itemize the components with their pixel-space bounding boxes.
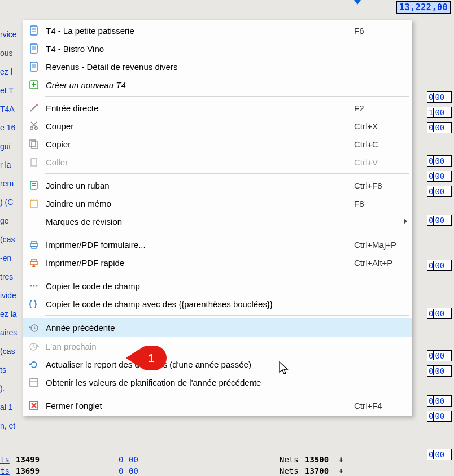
menu-item[interactable]: Fermer l'ongletCtrl+F4	[23, 396, 412, 414]
grid-cell[interactable]: 000	[427, 365, 452, 377]
grid-cell[interactable]: 000	[427, 350, 452, 361]
menu-item[interactable]: Copier le code de champ avec des {{paren…	[23, 295, 412, 313]
menu-item[interactable]: Année précédente	[23, 318, 412, 337]
menu-item[interactable]: Imprimer/PDF rapideCtrl+Alt+P	[23, 254, 412, 272]
bg-link[interactable]: ivide	[0, 286, 16, 304]
bg-link[interactable]: ).	[0, 379, 5, 398]
menu-item-label: Joindre un ruban	[46, 181, 351, 190]
bg-link[interactable]: (cas	[0, 230, 15, 248]
bg-link[interactable]: (cas	[0, 342, 15, 360]
grid-cell[interactable]: 000	[427, 186, 452, 197]
menu-item-label: Fermer l'onglet	[46, 401, 351, 411]
menu-item-label: Marques de révision	[46, 217, 401, 226]
menu-item[interactable]: Copier le code de champ	[23, 277, 412, 295]
bg-link[interactable]: ) (C	[0, 193, 13, 211]
menu-item-label: Entrée directe	[46, 103, 351, 113]
menu-item[interactable]: Joindre un mémoF8	[23, 194, 412, 212]
menu-item-label: Copier le code de champ avec des {{paren…	[46, 299, 351, 309]
submenu-arrow-icon	[404, 219, 407, 224]
menu-item-label: Actualiser le report des données (d'une …	[46, 360, 351, 369]
no-icon	[28, 216, 40, 227]
left-link-strip: rviceousez let TT4Ae 16guir larem) (Cge(…	[0, 0, 23, 476]
bg-link[interactable]: aires	[0, 324, 17, 342]
copy-icon	[28, 138, 40, 150]
cal-icon	[28, 377, 40, 388]
menu-item[interactable]: Revenus - Détail de revenus divers	[23, 58, 412, 76]
bg-link[interactable]: ez la	[0, 305, 17, 323]
menu-item-label: Obtenir les valeurs de planification de …	[46, 378, 351, 387]
print-icon	[28, 239, 40, 250]
grid-cell[interactable]: 000	[427, 411, 452, 422]
grid-cell[interactable]: 000	[427, 449, 452, 460]
braces-icon	[28, 298, 40, 309]
bg-link[interactable]: al 1	[0, 398, 13, 416]
cut-icon	[28, 120, 40, 132]
menu-item[interactable]: Imprimer/PDF formulaire...Ctrl+Maj+P	[23, 235, 412, 254]
qprint-icon	[28, 257, 40, 268]
wand-icon	[28, 102, 40, 113]
menu-item-shortcut: Ctrl+X	[351, 121, 407, 131]
doc-icon	[28, 61, 40, 72]
bg-link[interactable]: ous	[0, 44, 13, 62]
grid-cell[interactable]: 000	[427, 308, 452, 319]
menu-item-shortcut: F8	[351, 199, 407, 208]
menu-separator	[45, 233, 409, 233]
bg-link[interactable]: r la	[0, 156, 11, 174]
tape-icon	[28, 180, 40, 191]
doc-icon	[28, 43, 40, 54]
paste-icon	[28, 156, 40, 168]
menu-item[interactable]: Marques de révision	[23, 212, 412, 230]
menu-item[interactable]: Actualiser le report des données (d'une …	[23, 355, 412, 373]
grid-cell[interactable]: 000	[427, 91, 452, 103]
menu-item[interactable]: Joindre un rubanCtrl+F8	[23, 176, 412, 194]
grid-cell[interactable]: 000	[427, 260, 452, 271]
menu-item-label: Revenus - Détail de revenus divers	[46, 62, 351, 72]
menu-item[interactable]: CopierCtrl+C	[23, 135, 412, 153]
menu-item-label: Imprimer/PDF rapide	[46, 258, 351, 268]
menu-separator	[45, 315, 409, 316]
right-cell-strip: 0001000000000000000000000000000000000000…	[412, 0, 452, 476]
menu-item-label: Couper	[46, 121, 351, 131]
menu-item-label: L'an prochain	[46, 342, 351, 351]
grid-cell[interactable]: 100	[427, 107, 452, 118]
menu-item[interactable]: CouperCtrl+X	[23, 117, 412, 135]
menu-item-shortcut: Ctrl+F8	[351, 181, 407, 190]
menu-item[interactable]: T4 - Bistro Vino	[23, 40, 412, 58]
grid-cell[interactable]: 000	[427, 171, 452, 182]
menu-item[interactable]: Entrée directeF2	[23, 99, 412, 117]
plus-icon	[28, 79, 40, 90]
menu-separator	[45, 173, 409, 174]
menu-item[interactable]: Obtenir les valeurs de planification de …	[23, 373, 412, 391]
clock-back-icon	[28, 322, 40, 333]
menu-item-label: Copier	[46, 139, 351, 149]
menu-item-label: T4 - La petite patisserie	[46, 26, 351, 36]
bg-link[interactable]: et T	[0, 81, 14, 99]
grid-cell[interactable]: 000	[427, 122, 452, 133]
close-icon	[28, 400, 40, 411]
bg-link[interactable]: -en	[0, 249, 11, 267]
menu-item[interactable]: T4 - La petite patisserieF6	[23, 21, 412, 40]
grid-cell[interactable]: 000	[427, 395, 452, 407]
bg-link[interactable]: n, et	[0, 417, 15, 435]
menu-item: CollerCtrl+V	[23, 153, 412, 171]
bg-link[interactable]: tres	[0, 268, 13, 286]
menu-item-label: Copier le code de champ	[46, 281, 351, 291]
bg-link[interactable]: rvice	[0, 25, 17, 43]
menu-item-shortcut: F6	[351, 26, 407, 36]
bg-link[interactable]: ge	[0, 212, 9, 230]
menu-separator	[45, 274, 409, 274]
bg-link[interactable]: gui	[0, 137, 11, 155]
bg-link[interactable]: e 16	[0, 119, 15, 137]
dots-icon	[28, 280, 40, 291]
bg-link[interactable]: rem	[0, 174, 14, 193]
grid-cell[interactable]: 000	[427, 215, 452, 226]
bg-link[interactable]: ez l	[0, 63, 12, 81]
menu-item-shortcut: Ctrl+Maj+P	[351, 240, 407, 250]
menu-item-shortcut: Ctrl+C	[351, 139, 407, 149]
menu-item-shortcut: F2	[351, 103, 407, 113]
bg-link[interactable]: ts	[0, 361, 6, 379]
menu-item[interactable]: Créer un nouveau T4	[23, 76, 412, 94]
grid-cell[interactable]: 000	[427, 155, 452, 167]
menu-item-shortcut: Ctrl+Alt+P	[351, 258, 407, 268]
bg-link[interactable]: T4A	[0, 100, 15, 118]
